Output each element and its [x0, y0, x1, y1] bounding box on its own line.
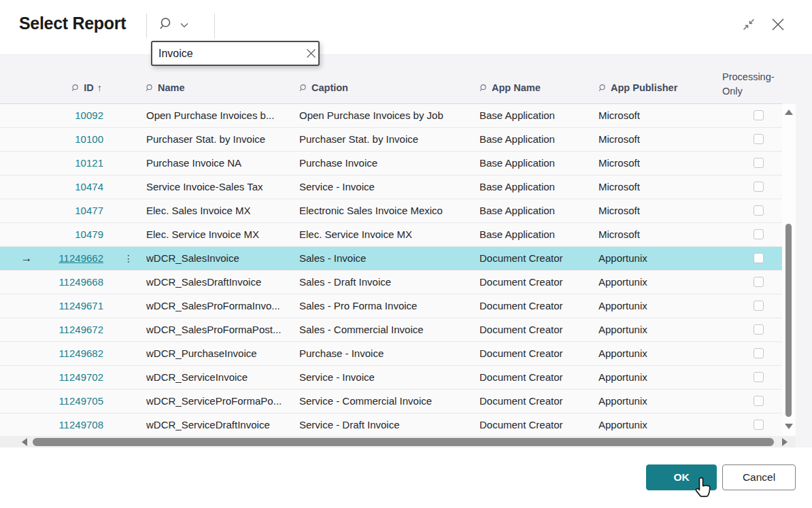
report-id-link[interactable]: 11249668: [58, 276, 103, 288]
report-name-cell[interactable]: Service Invoice-Sales Tax: [146, 175, 293, 199]
table-row[interactable]: 11249668wDCR_SalesDraftInvoiceSales - Dr…: [0, 271, 782, 294]
report-caption-cell[interactable]: Service - Invoice: [299, 366, 476, 389]
app-publisher-cell[interactable]: Microsoft: [598, 223, 713, 246]
app-publisher-cell[interactable]: Microsoft: [598, 199, 713, 222]
report-name-cell[interactable]: wDCR_ServiceDraftInvoice: [146, 413, 293, 436]
clear-search-button[interactable]: [303, 44, 318, 63]
processing-only-checkbox[interactable]: [754, 348, 764, 358]
scroll-down-arrow-icon[interactable]: [785, 424, 793, 429]
app-name-cell[interactable]: Base Application: [479, 223, 594, 246]
app-publisher-cell[interactable]: Apportunix: [598, 342, 713, 365]
ok-button[interactable]: OK: [646, 464, 717, 490]
column-header-id[interactable]: ID ↑: [39, 82, 102, 93]
table-row[interactable]: 11249702wDCR_ServiceInvoiceService - Inv…: [0, 366, 782, 390]
report-id-link[interactable]: 11249705: [58, 395, 103, 407]
report-caption-cell[interactable]: Service - Draft Invoice: [299, 413, 476, 436]
report-name-cell[interactable]: Elec. Sales Invoice MX: [146, 199, 293, 222]
app-publisher-cell[interactable]: Apportunix: [598, 413, 713, 436]
table-row[interactable]: 11249682wDCR_PurchaseInvoicePurchase - I…: [0, 342, 782, 366]
scroll-right-arrow-icon[interactable]: [782, 438, 788, 446]
close-dialog-button[interactable]: [768, 16, 788, 35]
collapse-dialog-button[interactable]: [739, 16, 758, 35]
report-id-link[interactable]: 10477: [75, 205, 103, 216]
table-row[interactable]: 11249705wDCR_ServiceProFormaPo...Service…: [0, 390, 782, 413]
table-row[interactable]: 11249708wDCR_ServiceDraftInvoiceService …: [0, 413, 782, 436]
report-caption-cell[interactable]: Open Purchase Invoices by Job: [299, 104, 476, 127]
horizontal-scrollbar[interactable]: [0, 436, 796, 448]
app-publisher-cell[interactable]: Apportunix: [598, 318, 713, 341]
report-id-link[interactable]: 10121: [75, 157, 103, 169]
report-id-link[interactable]: 11249662: [58, 252, 103, 264]
column-header-app-name[interactable]: App Name: [479, 82, 541, 93]
app-publisher-cell[interactable]: Apportunix: [598, 390, 713, 413]
report-name-cell[interactable]: Purchase Invoice NA: [146, 152, 293, 175]
report-id-link[interactable]: 10092: [75, 109, 103, 121]
report-caption-cell[interactable]: Sales - Invoice: [299, 247, 476, 270]
processing-only-checkbox[interactable]: [754, 301, 764, 311]
processing-only-checkbox[interactable]: [754, 396, 764, 406]
processing-only-checkbox[interactable]: [754, 134, 764, 144]
processing-only-checkbox[interactable]: [754, 277, 764, 287]
processing-only-checkbox[interactable]: [754, 420, 764, 430]
report-id-link[interactable]: 10479: [75, 228, 103, 240]
report-id-link[interactable]: 11249682: [58, 348, 103, 359]
table-row[interactable]: 10121Purchase Invoice NAPurchase Invoice…: [0, 152, 782, 175]
column-header-name[interactable]: Name: [146, 82, 185, 93]
report-name-cell[interactable]: wDCR_SalesProFormaPost...: [146, 318, 293, 341]
report-name-cell[interactable]: wDCR_ServiceInvoice: [146, 366, 293, 389]
report-caption-cell[interactable]: Purchaser Stat. by Invoice: [299, 128, 476, 151]
scroll-left-arrow-icon[interactable]: [22, 438, 27, 446]
app-name-cell[interactable]: Document Creator: [479, 342, 594, 365]
app-name-cell[interactable]: Document Creator: [479, 318, 594, 341]
app-name-cell[interactable]: Base Application: [479, 152, 594, 175]
report-name-cell[interactable]: wDCR_PurchaseInvoice: [146, 342, 293, 365]
table-row[interactable]: 10474Service Invoice-Sales TaxService - …: [0, 175, 782, 199]
app-name-cell[interactable]: Base Application: [479, 104, 594, 127]
report-caption-cell[interactable]: Sales - Commercial Invoice: [299, 318, 476, 341]
report-name-cell[interactable]: wDCR_ServiceProFormaPo...: [146, 390, 293, 413]
table-row[interactable]: 10479Elec. Service Invoice MXElec. Servi…: [0, 223, 782, 247]
report-caption-cell[interactable]: Service - Commercial Invoice: [299, 390, 476, 413]
table-row[interactable]: 10477Elec. Sales Invoice MXElectronic Sa…: [0, 199, 782, 223]
report-caption-cell[interactable]: Electronic Sales Invoice Mexico: [299, 199, 476, 222]
table-row[interactable]: 11249672wDCR_SalesProFormaPost...Sales -…: [0, 318, 782, 342]
report-name-cell[interactable]: Open Purchase Invoices b...: [146, 104, 293, 127]
app-publisher-cell[interactable]: Microsoft: [598, 104, 713, 127]
report-caption-cell[interactable]: Service - Invoice: [299, 175, 476, 199]
report-caption-cell[interactable]: Elec. Service Invoice MX: [299, 223, 476, 246]
report-id-link[interactable]: 11249671: [58, 300, 103, 311]
app-name-cell[interactable]: Document Creator: [479, 390, 594, 413]
report-id-link[interactable]: 10100: [75, 133, 103, 145]
app-name-cell[interactable]: Base Application: [479, 128, 594, 151]
column-header-app-publisher[interactable]: App Publisher: [598, 82, 677, 93]
report-id-link[interactable]: 11249708: [58, 419, 103, 430]
report-name-cell[interactable]: Elec. Service Invoice MX: [146, 223, 293, 246]
vertical-scrollbar[interactable]: [782, 104, 796, 436]
table-row[interactable]: 11249671wDCR_SalesProFormaInvo...Sales -…: [0, 294, 782, 318]
processing-only-checkbox[interactable]: [754, 110, 764, 120]
processing-only-checkbox[interactable]: [754, 182, 764, 192]
app-name-cell[interactable]: Document Creator: [479, 413, 594, 436]
report-caption-cell[interactable]: Purchase Invoice: [299, 152, 476, 175]
app-name-cell[interactable]: Base Application: [479, 175, 594, 199]
app-name-cell[interactable]: Document Creator: [479, 294, 594, 318]
app-publisher-cell[interactable]: Apportunix: [598, 271, 713, 294]
app-publisher-cell[interactable]: Apportunix: [598, 294, 713, 318]
app-publisher-cell[interactable]: Microsoft: [598, 175, 713, 199]
report-caption-cell[interactable]: Sales - Pro Forma Invoice: [299, 294, 476, 318]
report-name-cell[interactable]: wDCR_SalesInvoice: [146, 247, 293, 270]
search-input[interactable]: [152, 48, 303, 60]
table-row[interactable]: 10092Open Purchase Invoices b...Open Pur…: [0, 104, 782, 128]
processing-only-checkbox[interactable]: [754, 324, 764, 335]
horizontal-scrollbar-thumb[interactable]: [33, 438, 774, 446]
app-name-cell[interactable]: Base Application: [479, 199, 594, 222]
report-id-link[interactable]: 11249672: [58, 324, 103, 335]
report-caption-cell[interactable]: Purchase - Invoice: [299, 342, 476, 365]
app-name-cell[interactable]: Document Creator: [479, 247, 594, 270]
processing-only-checkbox[interactable]: [754, 205, 764, 216]
report-id-link[interactable]: 11249702: [58, 371, 103, 383]
processing-only-checkbox[interactable]: [754, 372, 764, 382]
report-name-cell[interactable]: wDCR_SalesDraftInvoice: [146, 271, 293, 294]
report-id-link[interactable]: 10474: [75, 181, 103, 192]
kebab-menu-icon[interactable]: ⋮: [123, 247, 134, 270]
